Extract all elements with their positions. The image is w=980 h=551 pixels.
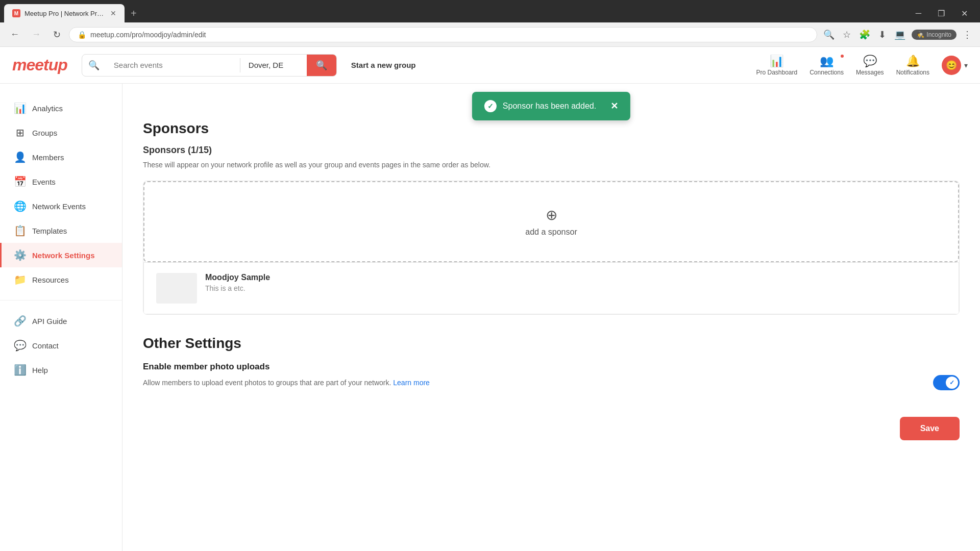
extensions-icon[interactable]: 🧩 <box>857 27 872 42</box>
sponsors-section-title: Sponsors <box>143 120 960 137</box>
forward-button[interactable]: → <box>28 27 45 42</box>
search-icon: 🔍 <box>82 60 106 71</box>
help-icon: ℹ️ <box>14 364 26 376</box>
sidebar-item-api-guide[interactable]: 🔗 API Guide <box>0 309 122 333</box>
sidebar-item-network-settings[interactable]: ⚙️ Network Settings <box>0 243 122 267</box>
sidebar-item-help[interactable]: ℹ️ Help <box>0 358 122 382</box>
start-group-button[interactable]: Start a new group <box>351 61 416 69</box>
sidebar-item-groups[interactable]: ⊞ Groups <box>0 120 122 145</box>
nav-actions: 📊 Pro Dashboard 👥 Connections 💬 Messages… <box>756 55 968 76</box>
toast-close-button[interactable]: ✕ <box>610 101 618 112</box>
sidebar-item-label: Groups <box>32 129 57 137</box>
save-button[interactable]: Save <box>900 417 960 440</box>
toggle-check-icon: ✓ <box>949 378 954 387</box>
sidebar-item-contact[interactable]: 💬 Contact <box>0 333 122 358</box>
api-guide-icon: 🔗 <box>14 315 26 327</box>
connections-notification-dot <box>840 54 845 59</box>
user-menu[interactable]: 😊 ▾ <box>942 56 968 75</box>
address-bar[interactable]: 🔒 meetup.com/pro/moodjoy/admin/edit <box>69 27 817 42</box>
messages-icon: 💬 <box>863 55 877 68</box>
events-icon: 📅 <box>14 176 26 188</box>
sponsors-wrapper: ⊕ add a sponsor Moodjoy Sample This is a… <box>143 181 960 315</box>
sidebar-item-label: Events <box>32 178 56 186</box>
sidebar-item-label: Help <box>32 366 48 374</box>
connections-icon: 👥 <box>820 55 834 68</box>
sidebar-item-label: Network Events <box>32 202 86 211</box>
add-sponsor-label: add a sponsor <box>525 228 577 237</box>
dashboard-icon: 📊 <box>770 55 783 68</box>
active-tab[interactable]: M Meetup Pro | Network Profile S... ✕ <box>4 4 125 22</box>
search-input[interactable] <box>106 55 240 76</box>
top-navigation: meetup 🔍 🔍 Start a new group 📊 Pro Dashb… <box>0 47 980 84</box>
templates-icon: 📋 <box>14 224 26 237</box>
sidebar-item-label: Members <box>32 153 64 162</box>
maximize-button[interactable]: ❐ <box>929 7 953 20</box>
search-icon[interactable]: 🔍 <box>821 27 837 42</box>
bookmark-icon[interactable]: ☆ <box>841 27 853 42</box>
members-icon: 👤 <box>14 151 26 163</box>
photo-uploads-label: Enable member photo uploads <box>143 362 960 372</box>
other-settings-title: Other Settings <box>143 335 960 352</box>
sidebar-item-analytics[interactable]: 📊 Analytics <box>0 96 122 120</box>
notifications-icon: 🔔 <box>906 55 920 68</box>
add-sponsor-plus-icon: ⊕ <box>546 207 557 223</box>
main-content: ✓ Sponsor has been added. ✕ Sponsors Spo… <box>122 84 980 551</box>
sponsor-name: Moodjoy Sample <box>205 273 270 282</box>
url-text: meetup.com/pro/moodjoy/admin/edit <box>90 31 206 39</box>
notifications-link[interactable]: 🔔 Notifications <box>896 55 929 76</box>
user-avatar: 😊 <box>942 56 961 75</box>
sponsor-info: Moodjoy Sample This is a etc. <box>205 273 270 292</box>
add-sponsor-box[interactable]: ⊕ add a sponsor <box>143 181 959 262</box>
photo-uploads-description: Allow members to upload event photos to … <box>143 378 925 388</box>
search-container: 🔍 🔍 <box>82 54 337 77</box>
search-button[interactable]: 🔍 <box>307 55 336 76</box>
sidebar-item-members[interactable]: 👤 Members <box>0 145 122 169</box>
photo-uploads-setting: Enable member photo uploads Allow member… <box>143 362 960 390</box>
toast-success-icon: ✓ <box>484 100 497 112</box>
toast-message: Sponsor has been added. <box>503 102 596 111</box>
sidebar-item-label: Network Settings <box>32 251 95 260</box>
location-input[interactable] <box>240 55 307 76</box>
sidebar-item-label: Analytics <box>32 104 63 113</box>
sponsors-description: These will appear on your network profil… <box>143 160 960 170</box>
sidebar-item-network-events[interactable]: 🌐 Network Events <box>0 194 122 218</box>
messages-link[interactable]: 💬 Messages <box>856 55 884 76</box>
sidebar-item-label: API Guide <box>32 317 67 325</box>
sponsor-logo <box>156 273 197 304</box>
device-icon[interactable]: 💻 <box>892 27 908 42</box>
sponsor-card: Moodjoy Sample This is a etc. <box>143 262 959 314</box>
pro-dashboard-link[interactable]: 📊 Pro Dashboard <box>756 55 797 76</box>
new-tab-button[interactable]: + <box>127 6 141 21</box>
sidebar-item-label: Contact <box>32 341 59 350</box>
sidebar-item-label: Resources <box>32 276 69 284</box>
sidebar-item-resources[interactable]: 📁 Resources <box>0 267 122 292</box>
download-icon[interactable]: ⬇ <box>876 27 888 42</box>
connections-link[interactable]: 👥 Connections <box>810 55 844 76</box>
sidebar-item-label: Templates <box>32 227 67 235</box>
menu-button[interactable]: ⋮ <box>961 27 974 42</box>
tab-close-button[interactable]: ✕ <box>110 9 116 17</box>
avatar-dropdown-chevron[interactable]: ▾ <box>964 61 968 69</box>
groups-icon: ⊞ <box>14 127 26 139</box>
photo-uploads-toggle[interactable]: ✓ <box>933 375 960 390</box>
contact-icon: 💬 <box>14 339 26 352</box>
network-settings-icon: ⚙️ <box>14 249 26 261</box>
minimize-button[interactable]: ─ <box>908 7 929 20</box>
reload-button[interactable]: ↻ <box>49 27 65 42</box>
tab-favicon: M <box>12 9 20 17</box>
sidebar: 📊 Analytics ⊞ Groups 👤 Members 📅 Events … <box>0 84 122 551</box>
meetup-logo[interactable]: meetup <box>12 56 67 74</box>
network-events-icon: 🌐 <box>14 200 26 212</box>
incognito-badge: 🕵️ Incognito <box>912 30 957 40</box>
sidebar-item-templates[interactable]: 📋 Templates <box>0 218 122 243</box>
analytics-icon: 📊 <box>14 102 26 114</box>
toggle-knob: ✓ <box>946 377 958 389</box>
tab-title: Meetup Pro | Network Profile S... <box>24 10 106 17</box>
back-button[interactable]: ← <box>6 27 23 42</box>
learn-more-link[interactable]: Learn more <box>393 379 430 387</box>
sponsor-description: This is a etc. <box>205 284 270 292</box>
sponsors-count: Sponsors (1/15) <box>143 145 960 156</box>
setting-description-row: Allow members to upload event photos to … <box>143 375 960 390</box>
close-button[interactable]: ✕ <box>953 7 976 20</box>
sidebar-item-events[interactable]: 📅 Events <box>0 169 122 194</box>
